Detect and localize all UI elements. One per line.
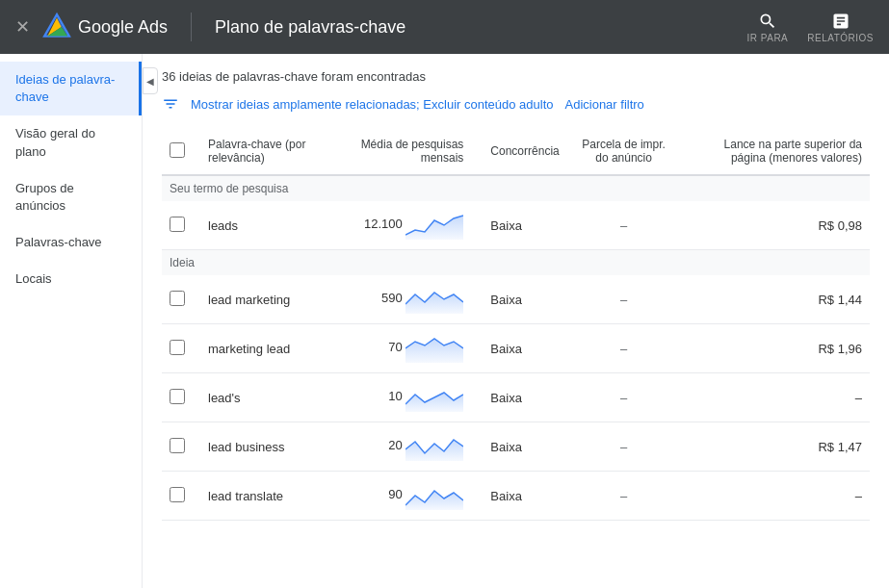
filter-text: Mostrar ideias amplamente relacionadas; …: [191, 97, 553, 112]
impression-share-cell: –: [567, 324, 681, 373]
search-icon: [758, 12, 777, 31]
row-checkbox-cell: [162, 422, 200, 472]
table-section-header: Seu termo de pesquisa: [162, 175, 870, 201]
filter-bar: Mostrar ideias amplamente relacionadas; …: [162, 95, 870, 113]
table-row: lead marketing 590 Baixa – R$ 1,44: [162, 275, 870, 324]
main-layout: Ideias de palavra-chave Visão geral do p…: [0, 54, 889, 588]
avg-searches-value: 90: [388, 487, 402, 501]
competition-cell: Baixa: [471, 201, 566, 250]
top-bid-cell: –: [680, 373, 870, 422]
sidebar: Ideias de palavra-chave Visão geral do p…: [0, 54, 143, 588]
table-section-header: Ideia: [162, 250, 870, 276]
competition-cell: Baixa: [471, 324, 566, 373]
sparkline-chart: [405, 334, 463, 363]
relatorios-label: RELATÓRIOS: [807, 33, 874, 43]
sidebar-item-ideias[interactable]: Ideias de palavra-chave: [0, 62, 142, 115]
keyword-cell: lead translate: [200, 472, 328, 521]
keyword-cell: marketing lead: [200, 324, 328, 373]
table-row: lead's 10 Baixa – –: [162, 373, 870, 422]
row-checkbox-cell: [162, 275, 200, 324]
add-filter-button[interactable]: Adicionar filtro: [564, 97, 643, 112]
avg-searches-cell: 70: [328, 324, 471, 373]
chart-icon: [831, 12, 850, 31]
content-container: 36 ideias de palavras-chave foram encont…: [143, 54, 889, 536]
impression-share-cell: –: [567, 275, 681, 324]
select-all-checkbox[interactable]: [170, 142, 185, 158]
sparkline-chart: [405, 285, 463, 314]
top-bid-cell: R$ 1,44: [680, 275, 870, 324]
row-checkbox[interactable]: [170, 389, 185, 404]
table-row: lead business 20 Baixa – R$ 1,47: [162, 422, 870, 472]
table-row: marketing lead 70 Baixa – R$ 1,96: [162, 324, 870, 373]
section-label: Seu termo de pesquisa: [162, 175, 870, 201]
table-row: leads 12.100 Baixa – R$ 0,98: [162, 201, 870, 250]
summary-bar: 36 ideias de palavras-chave foram encont…: [162, 69, 870, 84]
row-checkbox-cell: [162, 324, 200, 373]
col-header-competition: Concorrência: [471, 128, 566, 175]
competition-cell: Baixa: [471, 275, 566, 324]
row-checkbox-cell: [162, 472, 200, 521]
row-checkbox-cell: [162, 201, 200, 250]
impression-share-cell: –: [567, 373, 681, 422]
top-bid-cell: R$ 1,96: [680, 324, 870, 373]
impression-share-cell: –: [567, 422, 681, 472]
table-header-row: Palavra-chave (por relevância) Média de …: [162, 128, 870, 175]
app-name-label: Google Ads: [78, 17, 168, 38]
sidebar-item-grupos[interactable]: Grupos de anúncios: [0, 170, 142, 224]
header-actions: IR PARA RELATÓRIOS: [747, 12, 875, 43]
competition-cell: Baixa: [471, 472, 566, 521]
sidebar-item-visao[interactable]: Visão geral do plano: [0, 115, 142, 169]
ir-para-label: IR PARA: [747, 33, 789, 43]
keyword-cell: lead's: [200, 373, 328, 422]
section-label: Ideia: [162, 250, 870, 276]
google-ads-logo-icon: [41, 12, 72, 42]
table-row: lead translate 90 Baixa – –: [162, 472, 870, 521]
top-bid-cell: R$ 1,47: [680, 422, 870, 472]
top-bid-cell: –: [680, 472, 870, 521]
keywords-table: Palavra-chave (por relevância) Média de …: [162, 128, 870, 521]
col-header-impression-share: Parcela de impr. do anúncio: [567, 128, 681, 175]
sparkline-chart: [405, 432, 463, 461]
ir-para-button[interactable]: IR PARA: [747, 12, 789, 43]
filter-icon: [162, 95, 179, 113]
page-title: Plano de palavras-chave: [215, 17, 735, 38]
app-header: ✕ Google Ads Plano de palavras-chave IR …: [0, 0, 889, 54]
keyword-cell: lead marketing: [200, 275, 328, 324]
sparkline-chart: [405, 211, 463, 240]
competition-cell: Baixa: [471, 373, 566, 422]
avg-searches-cell: 12.100: [328, 201, 471, 250]
close-button[interactable]: ✕: [15, 16, 30, 38]
sidebar-collapse-toggle[interactable]: ◀: [143, 67, 158, 94]
app-logo: Google Ads: [41, 12, 168, 42]
row-checkbox[interactable]: [170, 217, 185, 232]
col-header-keyword: Palavra-chave (por relevância): [200, 128, 328, 175]
summary-text: 36 ideias de palavras-chave foram encont…: [162, 69, 426, 84]
row-checkbox[interactable]: [170, 487, 185, 502]
avg-searches-cell: 10: [328, 373, 471, 422]
competition-cell: Baixa: [471, 422, 566, 472]
row-checkbox[interactable]: [170, 438, 185, 453]
sparkline-chart: [405, 481, 463, 510]
avg-searches-value: 10: [388, 389, 402, 403]
top-bid-cell: R$ 0,98: [680, 201, 870, 250]
col-header-top-bid: Lance na parte superior da página (menor…: [680, 128, 870, 175]
relatorios-button[interactable]: RELATÓRIOS: [807, 12, 874, 43]
keyword-cell: lead business: [200, 422, 328, 472]
header-divider: [191, 13, 192, 41]
col-header-avg-searches: Média de pesquisas mensais: [328, 128, 471, 175]
svg-marker-5: [405, 216, 463, 240]
avg-searches-value: 12.100: [364, 217, 403, 231]
impression-share-cell: –: [567, 472, 681, 521]
avg-searches-cell: 20: [328, 422, 471, 472]
keyword-cell: leads: [200, 201, 328, 250]
sparkline-chart: [405, 383, 463, 412]
sidebar-item-locais[interactable]: Locais: [0, 261, 142, 297]
avg-searches-value: 20: [388, 438, 402, 452]
avg-searches-value: 590: [381, 291, 403, 305]
impression-share-cell: –: [567, 201, 681, 250]
row-checkbox[interactable]: [170, 340, 185, 355]
sidebar-item-palavras[interactable]: Palavras-chave: [0, 224, 142, 261]
row-checkbox[interactable]: [170, 291, 185, 306]
row-checkbox-cell: [162, 373, 200, 422]
main-content-area: 36 ideias de palavras-chave foram encont…: [143, 54, 889, 588]
